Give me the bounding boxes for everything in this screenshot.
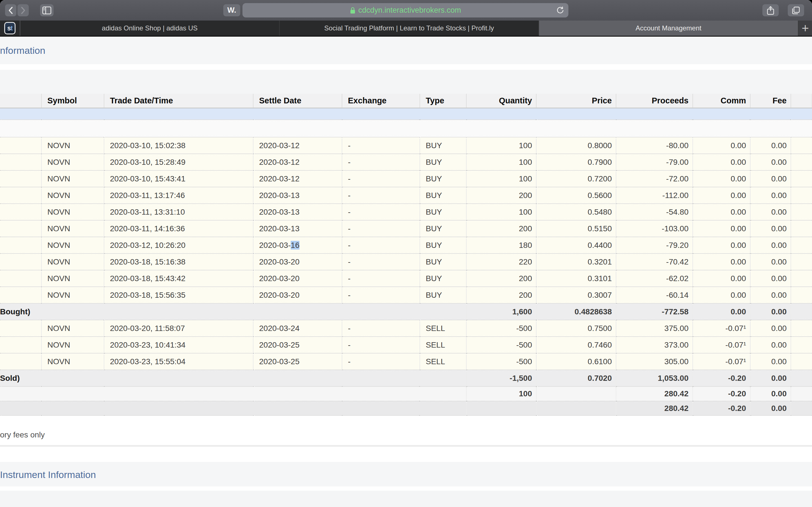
cell-quantity: 200 [466, 270, 536, 287]
cell-exchange: - [342, 154, 420, 170]
cell-quantity: 100 [466, 154, 536, 170]
column-header-exchange[interactable]: Exchange [342, 94, 420, 108]
cell-settle-date: 2020-03-25 [253, 353, 342, 370]
cell-trade-datetime: 2020-03-20, 11:58:07 [104, 320, 253, 337]
cell-proceeds: -79.20 [616, 237, 693, 253]
cell-exchange: - [342, 170, 420, 187]
cell-settle-date: 2020-03-16 [253, 237, 342, 253]
table-row-data: NOVN2020-03-23, 15:55:042020-03-25-SELL-… [0, 353, 812, 370]
cell-quantity: 100 [466, 137, 536, 154]
cell-exchange: - [342, 253, 420, 270]
cell-clipped [0, 270, 42, 287]
table-row-spacer [0, 120, 812, 137]
cell-price: 0.7500 [536, 320, 616, 337]
cell-type: BUY [420, 253, 466, 270]
cell-trailing [791, 303, 812, 320]
cell-comm: 0.00 [693, 270, 750, 287]
cell-comm: 0.00 [693, 220, 750, 237]
cell-proceeds: -62.02 [616, 270, 693, 287]
cell-symbol: NOVN [42, 253, 104, 270]
back-button[interactable] [5, 4, 16, 16]
cell-comm: 0.00 [693, 187, 750, 204]
cell-proceeds: -54.80 [616, 204, 693, 220]
column-header-blank[interactable] [791, 94, 812, 108]
column-header-proceeds[interactable]: Proceeds [616, 94, 693, 108]
cell-symbol: NOVN [42, 270, 104, 287]
column-header-price[interactable]: Price [536, 94, 616, 108]
table-row-data: NOVN2020-03-11, 14:16:362020-03-13-BUY20… [0, 220, 812, 237]
cell-proceeds: 280.42 [616, 401, 693, 415]
cell-comm: 0.00 [693, 253, 750, 270]
tab-adidas[interactable]: adidas Online Shop | adidas US [20, 20, 280, 36]
cell-fee: 0.00 [750, 220, 791, 237]
cell-settle-date: 2020-03-13 [253, 204, 342, 220]
cell-fee: 0.00 [750, 401, 791, 415]
cell-trailing [791, 253, 812, 270]
refresh-icon [556, 6, 564, 15]
cell-trailing [791, 137, 812, 154]
forward-button[interactable] [17, 4, 29, 16]
section-header-band-bottom [0, 462, 812, 487]
cell-clipped [0, 287, 42, 303]
cell-trade-datetime: 2020-03-10, 15:28:49 [104, 154, 253, 170]
column-header-fee[interactable]: Fee [750, 94, 791, 108]
cell-quantity: -500 [466, 353, 536, 370]
cell-trailing [791, 237, 812, 253]
extension-button[interactable]: W. [223, 4, 240, 16]
stockstotrade-icon: st [4, 22, 15, 34]
cell-comm: 0.00 [693, 303, 750, 320]
cell-trade-datetime: 2020-03-11, 13:17:46 [104, 187, 253, 204]
cell-proceeds: 280.42 [616, 386, 693, 401]
cell-type: BUY [420, 287, 466, 303]
column-header-settle-date[interactable]: Settle Date [253, 94, 342, 108]
address-bar[interactable]: cdcdyn.interactivebrokers.com [243, 3, 568, 17]
cell-settle-date: 2020-03-25 [253, 337, 342, 353]
cell-settle-date: 2020-03-20 [253, 270, 342, 287]
cell-settle-date: 2020-03-13 [253, 220, 342, 237]
cell-symbol: NOVN [42, 220, 104, 237]
cell-price: 0.3101 [536, 270, 616, 287]
cell-comm: 0.00 [693, 287, 750, 303]
column-header-blank[interactable] [0, 94, 42, 108]
cell-fee: 0.00 [750, 187, 791, 204]
cell-comm: -0.07¹ [693, 337, 750, 353]
column-header-quantity[interactable]: Quantity [466, 94, 536, 108]
cell-quantity: 200 [466, 220, 536, 237]
cell-price: 0.5150 [536, 220, 616, 237]
cell-clipped [0, 204, 42, 220]
cell-exchange: - [342, 204, 420, 220]
cell-quantity: 100 [466, 170, 536, 187]
cell-type: BUY [420, 220, 466, 237]
column-header-symbol[interactable]: Symbol [42, 94, 104, 108]
column-header-type[interactable]: Type [420, 94, 466, 108]
table-row-data: NOVN2020-03-18, 15:56:352020-03-20-BUY20… [0, 287, 812, 303]
cell-fee: 0.00 [750, 204, 791, 220]
column-header-trade-date-time[interactable]: Trade Date/Time [104, 94, 253, 108]
text-selection: 16 [291, 241, 299, 249]
pinned-tab-stockstotrade[interactable]: st [0, 20, 20, 36]
table-row-data: NOVN2020-03-11, 13:31:102020-03-13-BUY10… [0, 204, 812, 220]
table-row-highlight [0, 108, 812, 120]
new-tab-button[interactable]: + [799, 20, 812, 36]
refresh-button[interactable] [556, 6, 564, 17]
table-row-data: NOVN2020-03-12, 10:26:202020-03-16-BUY18… [0, 237, 812, 253]
cell-settle-date: 2020-03-12 [253, 170, 342, 187]
tab-profitly[interactable]: Social Trading Platform | Learn to Trade… [280, 20, 539, 36]
column-header-comm[interactable]: Comm [693, 94, 750, 108]
cell-fee: 0.00 [750, 303, 791, 320]
cell-quantity [466, 401, 536, 415]
cell-trailing [791, 320, 812, 337]
cell-total-label: Bought) [0, 303, 466, 320]
sidebar-icon [42, 6, 51, 14]
cell-price: 0.3007 [536, 287, 616, 303]
cell-price: 0.7020 [536, 370, 616, 386]
cell-type: BUY [420, 187, 466, 204]
tab-overview-button[interactable] [788, 4, 804, 16]
share-button[interactable] [762, 4, 779, 16]
cell-comm: 0.00 [693, 154, 750, 170]
cell-trade-datetime: 2020-03-11, 13:31:10 [104, 204, 253, 220]
cell-exchange: - [342, 137, 420, 154]
sidebar-toggle-button[interactable] [40, 4, 54, 16]
tab-account-management[interactable]: Account Management [539, 20, 799, 36]
cell-exchange: - [342, 287, 420, 303]
